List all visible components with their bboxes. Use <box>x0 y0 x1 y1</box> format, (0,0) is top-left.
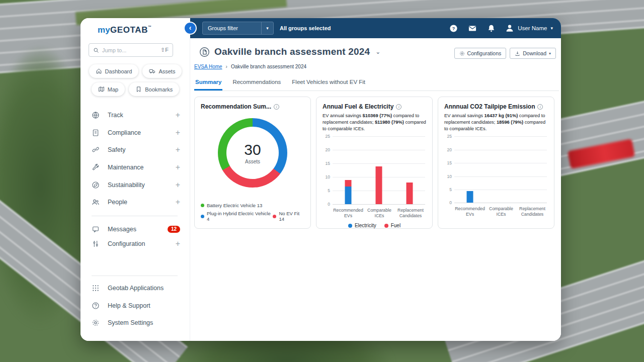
breadcrumb-link-evsa-home[interactable]: EVSA Home <box>194 64 222 69</box>
help-icon[interactable]: ? <box>449 24 458 33</box>
jump-to-search[interactable]: ⇧F <box>89 43 173 57</box>
svg-text:?: ? <box>452 26 455 31</box>
legend-item-bev: Battery Electric Vehicle 13 <box>201 203 305 208</box>
info-icon[interactable] <box>274 104 279 110</box>
configurations-button[interactable]: Configurations <box>454 48 507 59</box>
gear-icon <box>459 51 465 56</box>
legend-label: Battery Electric Vehicle 13 <box>207 203 262 208</box>
sidebar-item-maintenance[interactable]: Maintenance + <box>80 159 190 176</box>
expand-plus-icon[interactable]: + <box>176 198 180 207</box>
mail-icon[interactable] <box>467 24 477 33</box>
chain-icon <box>92 146 100 154</box>
bar[interactable] <box>407 183 413 204</box>
user-menu[interactable]: User Name ▾ <box>505 24 553 33</box>
legend-item: Fuel <box>384 223 400 228</box>
sidebar-item-configuration[interactable]: Configuration + <box>80 236 190 251</box>
title-caret-down-icon[interactable]: ⌄ <box>375 48 380 55</box>
sidebar-item-compliance[interactable]: Compliance + <box>80 124 190 142</box>
gridline <box>454 176 547 177</box>
bar[interactable] <box>466 191 473 203</box>
bar-segment <box>407 183 413 204</box>
search-shortcut-hint: ⇧F <box>160 47 169 53</box>
report-doc-icon <box>199 47 210 57</box>
quick-label: Map <box>108 86 118 93</box>
map-icon <box>98 86 105 93</box>
expand-plus-icon[interactable]: + <box>176 163 180 172</box>
expand-plus-icon[interactable]: + <box>176 145 180 154</box>
legend-item-phev-noev: Plug-in Hybrid Electric Vehicle 4 No EV … <box>201 211 305 222</box>
nav-label: Sustainability <box>108 182 176 189</box>
bar[interactable] <box>345 180 351 205</box>
annual-fuel-electricity-card: Annual Fuel & Electricity EV annual savi… <box>316 97 433 229</box>
tab-recommendations[interactable]: Recommendations <box>231 75 282 90</box>
sidebar-item-geotab-applications[interactable]: Geotab Applications <box>80 280 190 297</box>
y-axis-tick: 5 <box>323 188 330 193</box>
map-button[interactable]: Map <box>92 82 125 96</box>
sidebar-item-safety[interactable]: Safety + <box>80 141 190 159</box>
messages-count-badge: 12 <box>168 226 180 233</box>
tab-fleet-vehicles-without-ev-fit[interactable]: Fleet Vehicles without EV Fit <box>291 75 366 90</box>
nav-label: Track <box>108 112 176 119</box>
gridline <box>333 136 425 137</box>
assets-donut-chart: 30 Assets <box>218 118 287 188</box>
bar[interactable] <box>376 166 382 205</box>
legend-label: No EV Fit 14 <box>279 211 305 222</box>
help-circle-icon <box>92 302 100 310</box>
co2-bar-chart: 0510152025 RecommendedEVsComparableICEsR… <box>444 137 548 221</box>
summary-cards: Recommendation Sum... 30 Assets Battery … <box>194 97 554 229</box>
bar-segment <box>376 166 382 205</box>
tab-bar: Summary Recommendations Fleet Vehicles w… <box>194 75 559 91</box>
gridline <box>333 204 425 205</box>
breadcrumb-chevron-icon: › <box>226 64 227 69</box>
globe-icon <box>92 111 100 119</box>
breadcrumb-current: Oakville branch assessment 2024 <box>231 64 306 69</box>
search-icon <box>93 47 99 53</box>
tab-summary[interactable]: Summary <box>194 75 222 90</box>
sidebar-item-people[interactable]: People + <box>80 194 190 211</box>
expand-plus-icon[interactable]: + <box>176 128 180 137</box>
gridline <box>454 163 547 163</box>
card-subtitle: EV annual savings $10369 (77%) compared … <box>323 113 426 132</box>
download-button[interactable]: Download ▾ <box>510 48 556 59</box>
bookmarks-button[interactable]: Bookmarks <box>129 82 179 96</box>
card-title: Annual Fuel & Electricity <box>323 103 393 110</box>
expand-plus-icon[interactable]: + <box>176 239 180 248</box>
nav-label: Geotab Applications <box>108 285 180 292</box>
dashboard-button[interactable]: Dashboard <box>89 64 139 78</box>
sidebar-item-messages[interactable]: Messages 12 <box>80 222 190 236</box>
sidebar-item-sustainability[interactable]: Sustainability + <box>80 176 190 194</box>
info-icon[interactable] <box>537 104 543 110</box>
configurations-label: Configurations <box>467 50 502 56</box>
people-icon <box>92 198 100 206</box>
y-axis-tick: 15 <box>323 161 330 166</box>
collapse-sidebar-button[interactable]: ‹ <box>184 22 197 35</box>
y-axis-tick: 10 <box>323 174 330 179</box>
nav-label: Help & Support <box>108 302 180 309</box>
search-input[interactable] <box>102 47 157 53</box>
legend-dot-green <box>201 204 204 207</box>
sidebar-item-help-support[interactable]: Help & Support <box>80 297 190 315</box>
home-icon <box>96 68 102 74</box>
mygeotab-logo: myGEOTAB™ <box>98 25 151 35</box>
sidebar-item-system-settings[interactable]: System Settings <box>80 314 190 332</box>
info-icon[interactable] <box>396 104 401 110</box>
sidebar-item-track[interactable]: Track + <box>80 107 190 124</box>
page-title-row: Oakville branch assessment 2024 ⌄ <box>199 46 380 57</box>
user-name-text: User Name <box>518 25 547 31</box>
groups-filter-dropdown[interactable]: Groups filter ▾ <box>202 22 274 35</box>
bell-icon[interactable] <box>487 24 496 33</box>
donut-center-value: 30 <box>244 141 261 158</box>
plot-area: 0510152025 <box>454 137 547 203</box>
nav-label: Safety <box>108 146 176 153</box>
legend-dot <box>348 224 352 228</box>
category-label: ComparableICEs <box>364 208 395 219</box>
expand-plus-icon[interactable]: + <box>176 111 180 120</box>
sidebar-secondary: Messages 12 Configuration + <box>80 222 190 251</box>
sidebar-divider <box>92 276 178 276</box>
category-label: RecommendedEVs <box>333 208 364 219</box>
user-avatar-icon <box>505 24 514 33</box>
page-actions: Configurations Download ▾ <box>454 48 556 59</box>
gridline <box>454 190 547 190</box>
assets-button[interactable]: Assets <box>142 64 182 78</box>
expand-plus-icon[interactable]: + <box>176 180 180 190</box>
